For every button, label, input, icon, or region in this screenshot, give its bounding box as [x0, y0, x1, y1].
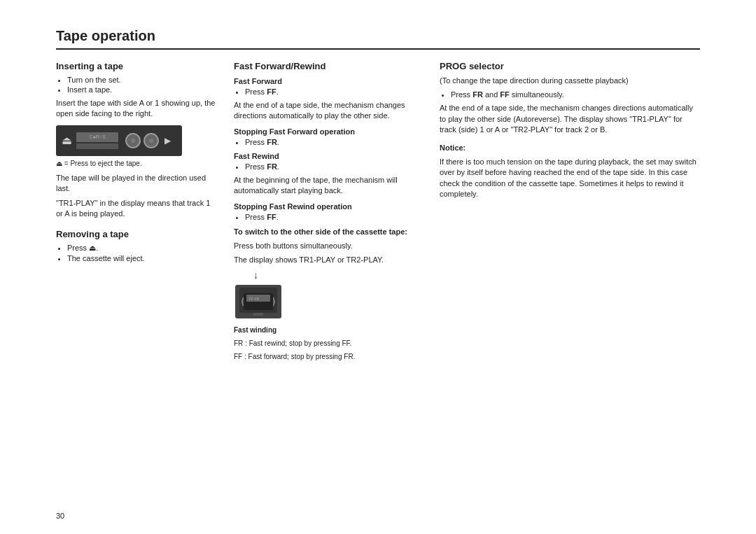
fast-winding-ff: FF : Fast forward; stop by pressing FR.: [234, 352, 423, 362]
notice-section: Notice: If there is too much tension on …: [440, 143, 700, 200]
eject-note: ⏏ = Press to eject the tape.: [56, 159, 217, 169]
stop-fr-bullet: Press FF.: [245, 213, 423, 221]
inserting-bullets: Turn on the set. Insert a tape.: [56, 76, 217, 94]
fr-sub-title: Fast Rewind: [234, 152, 423, 160]
fr-note: At the beginning of the tape, the mechan…: [234, 175, 423, 197]
removing-title: Removing a tape: [56, 229, 217, 239]
switch-title: To switch to the other side of the casse…: [234, 227, 423, 237]
tape-arrow-icon: ▶: [164, 136, 171, 146]
col-mid: Fast Forward/Rewind Fast Forward Press F…: [234, 61, 423, 365]
main-columns: Inserting a tape Turn on the set. Insert…: [56, 61, 700, 365]
stop-ff-bullets: Press FR.: [234, 138, 423, 146]
fast-winding-title: Fast winding: [234, 325, 423, 335]
ff-title: Fast Forward/Rewind: [234, 61, 423, 71]
page-number: 30: [56, 512, 64, 520]
svg-rect-9: [253, 313, 263, 316]
prog-title: PROG selector: [440, 61, 700, 71]
inserting-note2: The tape will be played in the direction…: [56, 173, 217, 195]
col-left: Inserting a tape Turn on the set. Insert…: [56, 61, 217, 267]
ff-bullets: Press FF.: [234, 87, 423, 96]
notice-text: If there is too much tension on the tape…: [440, 157, 700, 200]
cassette-svg: FF FR: [234, 282, 283, 321]
prog-bullets: Press FR and FF simultaneously.: [440, 90, 700, 99]
removing-bullet-1: Press ⏏.: [67, 244, 217, 253]
stop-ff-title: Stopping Fast Forward operation: [234, 127, 423, 136]
switch-note1: Press both buttons simultaneously.: [234, 241, 423, 251]
prog-bullet: Press FR and FF simultaneously.: [451, 90, 700, 99]
tape-deck-image: ⏏ C●R○S ◎ ◎ ▶: [56, 125, 182, 156]
fr-bullet: Press FR.: [245, 162, 423, 171]
cassette-image-container: FF FR: [234, 282, 423, 323]
prog-subtitle: (To change the tape direction during cas…: [440, 76, 700, 86]
fr-bullets: Press FR.: [234, 162, 423, 171]
removing-section: Removing a tape Press ⏏. The cassette wi…: [56, 229, 217, 262]
removing-bullets: Press ⏏. The cassette will eject.: [56, 244, 217, 262]
notice-title: Notice:: [440, 143, 700, 153]
inserting-bullet-1: Turn on the set.: [67, 76, 217, 84]
stop-fr-bullets: Press FF.: [234, 213, 423, 221]
eject-symbol-icon: ⏏: [62, 134, 72, 147]
ff-bullet: Press FF.: [245, 87, 423, 96]
removing-bullet-2: The cassette will eject.: [67, 254, 217, 262]
fast-winding-fr: FR : Fast rewind; stop by pressing FF.: [234, 339, 423, 349]
inserting-title: Inserting a tape: [56, 61, 217, 71]
inserting-note1: Insert the tape with side A or 1 showing…: [56, 98, 217, 120]
stop-ff-bullet: Press FR.: [245, 138, 423, 146]
prog-note: At the end of a tape side, the mechanism…: [440, 103, 700, 135]
ff-sub-title: Fast Forward: [234, 77, 423, 85]
inserting-note3: "TR1-PLAY" in the display means that tra…: [56, 198, 217, 220]
stop-fr-title: Stopping Fast Rewind operation: [234, 202, 423, 211]
switch-section: To switch to the other side of the casse…: [234, 227, 423, 266]
col-right: PROG selector (To change the tape direct…: [440, 61, 700, 204]
page: Tape operation Inserting a tape Turn on …: [0, 0, 756, 534]
switch-note2: The display shows TR1-PLAY or TR2-PLAY.: [234, 255, 423, 265]
svg-text:FF  FR: FF FR: [249, 297, 260, 301]
ff-note: At the end of a tape side, the mechanism…: [234, 100, 423, 122]
page-title: Tape operation: [56, 28, 700, 50]
inserting-bullet-2: Insert a tape.: [67, 85, 217, 94]
arrow-down-icon: ↓: [234, 269, 423, 281]
